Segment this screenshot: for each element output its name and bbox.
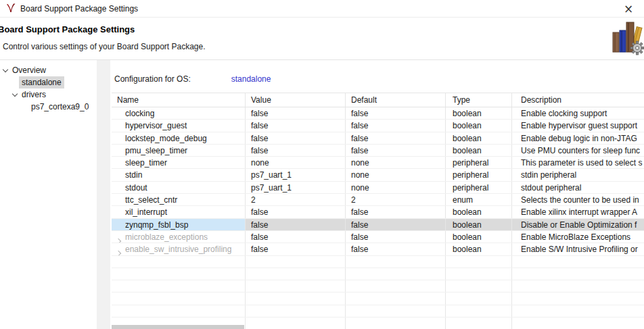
column-header-value[interactable]: Value <box>246 93 346 107</box>
cell-name: stdout <box>112 182 246 193</box>
sidebar-item-Overview[interactable]: Overview <box>0 64 97 76</box>
empty-cell <box>346 305 446 317</box>
cell-value[interactable]: ps7_uart_1 <box>246 182 346 193</box>
empty-cell <box>512 256 644 268</box>
chevron-right-icon[interactable] <box>116 247 120 255</box>
cell-value[interactable]: false <box>246 120 346 131</box>
cell-value[interactable]: false <box>246 231 346 243</box>
cell-value[interactable]: false <box>246 219 346 230</box>
table-row[interactable]: pmu_sleep_timerfalsefalsebooleanUse PMU … <box>112 145 644 157</box>
panel-splitter[interactable] <box>97 60 110 329</box>
cell-name: sleep_timer <box>112 157 246 168</box>
table-row[interactable]: enable_sw_intrusive_profilingfalsefalseb… <box>112 243 644 255</box>
empty-table-row <box>112 293 644 305</box>
cell-value[interactable]: 2 <box>246 194 346 205</box>
empty-cell <box>112 256 246 268</box>
empty-cell <box>246 268 346 280</box>
cell-description: This parameter is used to select s <box>512 157 644 168</box>
column-header-description[interactable]: Description <box>512 93 644 107</box>
os-link[interactable]: standalone <box>231 74 271 84</box>
empty-cell <box>112 280 246 292</box>
cell-value[interactable]: false <box>246 132 346 144</box>
horizontal-scrollbar[interactable] <box>112 325 644 329</box>
empty-cell <box>346 280 446 292</box>
table-row[interactable]: stdoutps7_uart_1noneperipheralstdout per… <box>112 182 644 194</box>
cell-type: boolean <box>446 107 512 119</box>
cell-default: false <box>346 219 446 230</box>
settings-panel: Configuration for OS:standalone Name Val… <box>112 60 644 329</box>
cell-description: Enable debug logic in non-JTAG <box>512 132 644 144</box>
empty-cell <box>512 305 644 317</box>
page-subtitle: Control various settings of your Board S… <box>3 42 206 51</box>
column-header-default[interactable]: Default <box>346 93 446 107</box>
table-row[interactable]: stdinps7_uart_1noneperipheralstdin perip… <box>112 169 644 181</box>
sidebar-item-standalone[interactable]: standalone <box>0 76 97 88</box>
cell-value[interactable]: false <box>246 145 346 156</box>
chevron-right-icon[interactable] <box>116 234 120 243</box>
empty-table-row <box>112 280 644 293</box>
cell-name: stdin <box>112 169 246 180</box>
column-header-name[interactable]: Name <box>112 93 246 107</box>
cell-default: none <box>346 182 446 193</box>
table-row[interactable]: clockingfalsefalsebooleanEnable clocking… <box>112 107 644 120</box>
empty-cell <box>446 256 512 268</box>
cell-type: boolean <box>446 243 512 255</box>
cell-description: Enable S/W Intrusive Profiling or <box>512 243 644 255</box>
empty-cell <box>446 268 512 280</box>
empty-cell <box>112 293 246 304</box>
cell-value[interactable]: ps7_uart_1 <box>246 169 346 180</box>
cell-default: false <box>346 206 446 218</box>
close-icon[interactable]: × <box>621 1 636 16</box>
sidebar-item-ps7_cortexa9_0[interactable]: ps7_cortexa9_0 <box>0 101 97 113</box>
sidebar-item-drivers[interactable]: drivers <box>0 88 97 101</box>
cell-description: Enable MicroBlaze Exceptions <box>512 231 644 243</box>
bsp-table-body: clockingfalsefalsebooleanEnable clocking… <box>112 107 644 329</box>
tree-item-label[interactable]: standalone <box>19 76 64 88</box>
cell-default: false <box>346 231 446 243</box>
cell-default: false <box>346 243 446 255</box>
page-title: Board Support Package Settings <box>0 24 135 34</box>
cell-description: Disable or Enable Optimization f <box>512 219 644 230</box>
cell-value[interactable]: none <box>246 157 346 168</box>
empty-table-row <box>112 305 644 318</box>
cell-description: Enable xilinx interrupt wrapper A <box>512 206 644 218</box>
cell-default: 2 <box>346 194 446 205</box>
cell-name: pmu_sleep_timer <box>112 145 246 156</box>
table-row[interactable]: lockstep_mode_debugfalsefalsebooleanEnab… <box>112 132 644 145</box>
empty-cell <box>246 256 346 268</box>
table-row[interactable]: xil_interruptfalsefalsebooleanEnable xil… <box>112 206 644 218</box>
table-row[interactable]: zynqmp_fsbl_bspfalsefalsebooleanDisable … <box>112 219 644 231</box>
cell-value[interactable]: false <box>246 243 346 255</box>
cell-description: stdin peripheral <box>512 169 644 180</box>
table-row[interactable]: microblaze_exceptionsfalsefalsebooleanEn… <box>112 231 644 243</box>
chevron-down-icon[interactable] <box>1 70 9 72</box>
column-header-type[interactable]: Type <box>446 93 512 107</box>
tree-item-label[interactable]: Overview <box>9 64 49 76</box>
cell-type: enum <box>446 194 512 205</box>
cell-name: microblaze_exceptions <box>112 231 246 243</box>
cell-value[interactable]: false <box>246 206 346 218</box>
scrollbar-thumb[interactable] <box>112 325 244 329</box>
tree-item-label[interactable]: ps7_cortexa9_0 <box>28 101 91 113</box>
cell-name: clocking <box>112 107 246 119</box>
cell-name: zynqmp_fsbl_bsp <box>112 219 246 230</box>
empty-cell <box>346 268 446 280</box>
cell-type: peripheral <box>446 169 512 180</box>
xilinx-logo-icon <box>5 3 16 14</box>
cell-name: hypervisor_guest <box>112 120 246 131</box>
table-row[interactable]: ttc_select_cntr22enumSelects the counter… <box>112 194 644 206</box>
cell-description: Selects the counter to be used in <box>512 194 644 205</box>
cell-default: false <box>346 145 446 156</box>
os-tree: Overviewstandalonedriversps7_cortexa9_0 <box>0 64 97 113</box>
empty-table-row <box>112 256 644 268</box>
cell-value[interactable]: false <box>246 107 346 119</box>
chevron-down-icon[interactable] <box>11 94 19 96</box>
window-title: Board Support Package Settings <box>20 4 138 14</box>
empty-cell <box>246 305 346 317</box>
table-row[interactable]: sleep_timernonenoneperipheralThis parame… <box>112 157 644 169</box>
tree-item-label[interactable]: drivers <box>19 88 49 101</box>
cell-name: lockstep_mode_debug <box>112 132 246 144</box>
empty-cell <box>112 268 246 280</box>
table-row[interactable]: hypervisor_guestfalsefalsebooleanEnable … <box>112 120 644 132</box>
cell-name: enable_sw_intrusive_profiling <box>112 243 246 255</box>
